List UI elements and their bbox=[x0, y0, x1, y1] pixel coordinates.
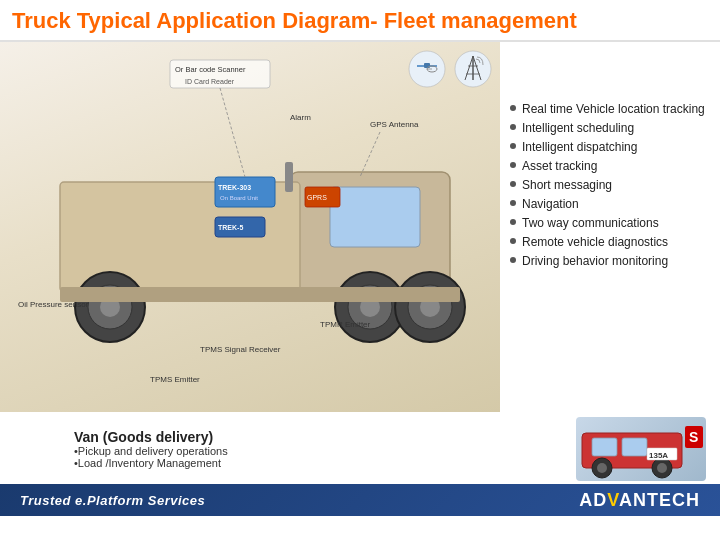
info-panel: Real time Vehicle location trackingIntel… bbox=[500, 42, 720, 412]
svg-rect-24 bbox=[330, 187, 420, 247]
footer: Trusted e.Platform Services ADVANTECH bbox=[0, 484, 720, 516]
svg-text:135A: 135A bbox=[649, 451, 668, 460]
main-content: Oil Pressure sensor TPMS Signal Receiver… bbox=[0, 42, 720, 412]
svg-text:GPS Antenna: GPS Antenna bbox=[370, 120, 419, 129]
title-prefix: Truck Typical Application Diagram- bbox=[12, 8, 384, 33]
header: Truck Typical Application Diagram- Fleet… bbox=[0, 0, 720, 42]
bullet-item: Real time Vehicle location tracking bbox=[510, 102, 708, 116]
svg-rect-47 bbox=[592, 438, 617, 456]
bullet-text: Short messaging bbox=[522, 178, 612, 192]
svg-rect-2 bbox=[417, 65, 424, 67]
svg-text:TREK-5: TREK-5 bbox=[218, 224, 243, 231]
bullet-dot bbox=[510, 124, 516, 130]
bullet-dot bbox=[510, 200, 516, 206]
bullet-item: Asset tracking bbox=[510, 159, 708, 173]
tower-icon bbox=[454, 50, 492, 88]
bullet-text: Intelligent scheduling bbox=[522, 121, 634, 135]
svg-rect-1 bbox=[424, 63, 430, 68]
svg-line-41 bbox=[360, 132, 380, 177]
bullet-dot bbox=[510, 162, 516, 168]
bottom-section: Van (Goods delivery) •Pickup and deliver… bbox=[0, 412, 720, 484]
van-bullet1: •Pickup and delivery operations bbox=[74, 445, 576, 457]
svg-text:TPMR Emitter: TPMR Emitter bbox=[320, 320, 371, 329]
page-title: Truck Typical Application Diagram- Fleet… bbox=[12, 8, 708, 34]
advantech-logo: ADVANTECH bbox=[579, 490, 700, 511]
svg-text:ID Card Reader: ID Card Reader bbox=[185, 78, 235, 85]
svg-text:TREK-303: TREK-303 bbox=[218, 184, 251, 191]
van-image: 135A S bbox=[576, 417, 706, 481]
page: Truck Typical Application Diagram- Fleet… bbox=[0, 0, 720, 540]
satellite-icon bbox=[408, 50, 446, 88]
bullet-item: Two way communications bbox=[510, 216, 708, 230]
bullet-text: Asset tracking bbox=[522, 159, 597, 173]
truck-svg: Oil Pressure sensor TPMS Signal Receiver… bbox=[0, 42, 500, 402]
top-icons bbox=[408, 50, 492, 88]
bullet-item: Driving behavior monitoring bbox=[510, 254, 708, 268]
svg-point-52 bbox=[657, 463, 667, 473]
bullet-dot bbox=[510, 181, 516, 187]
svg-text:TPMS Signal Receiver: TPMS Signal Receiver bbox=[200, 345, 281, 354]
bullet-dot bbox=[510, 219, 516, 225]
bullet-text: Navigation bbox=[522, 197, 579, 211]
bullet-item: Intelligent scheduling bbox=[510, 121, 708, 135]
van-svg: 135A S bbox=[577, 418, 705, 480]
svg-text:S: S bbox=[689, 429, 698, 445]
van-title: Van (Goods delivery) bbox=[74, 429, 576, 445]
svg-text:TPMS Emitter: TPMS Emitter bbox=[150, 375, 200, 384]
title-highlight: Fleet management bbox=[384, 8, 577, 33]
logo-text: ADVANTECH bbox=[579, 490, 700, 511]
bullet-item: Short messaging bbox=[510, 178, 708, 192]
bullet-dot bbox=[510, 143, 516, 149]
svg-rect-26 bbox=[60, 287, 460, 302]
svg-rect-25 bbox=[285, 162, 293, 192]
bullet-dot bbox=[510, 257, 516, 263]
bullet-dot bbox=[510, 238, 516, 244]
svg-rect-30 bbox=[215, 177, 275, 207]
svg-text:Or Bar code Scanner: Or Bar code Scanner bbox=[175, 65, 246, 74]
bullet-text: Remote vehicle diagnostics bbox=[522, 235, 668, 249]
bullet-text: Driving behavior monitoring bbox=[522, 254, 668, 268]
bullet-text: Real time Vehicle location tracking bbox=[522, 102, 705, 116]
bullet-item: Navigation bbox=[510, 197, 708, 211]
svg-line-40 bbox=[220, 88, 245, 177]
van-info: Van (Goods delivery) •Pickup and deliver… bbox=[14, 429, 576, 469]
van-bullet2: •Load /Inventory Management bbox=[74, 457, 576, 469]
bullet-item: Intelligent dispatching bbox=[510, 140, 708, 154]
truck-area: Oil Pressure sensor TPMS Signal Receiver… bbox=[0, 42, 500, 412]
truck-container: Oil Pressure sensor TPMS Signal Receiver… bbox=[0, 42, 500, 412]
svg-text:Alarm: Alarm bbox=[290, 113, 311, 122]
bullet-text: Intelligent dispatching bbox=[522, 140, 637, 154]
bullet-dot bbox=[510, 105, 516, 111]
svg-text:Oil Pressure sensor: Oil Pressure sensor bbox=[18, 300, 89, 309]
bullet-list: Real time Vehicle location trackingIntel… bbox=[510, 102, 708, 273]
svg-text:GPRS: GPRS bbox=[307, 194, 327, 201]
bullet-text: Two way communications bbox=[522, 216, 659, 230]
footer-tagline: Trusted e.Platform Services bbox=[20, 493, 205, 508]
svg-point-50 bbox=[597, 463, 607, 473]
bullet-item: Remote vehicle diagnostics bbox=[510, 235, 708, 249]
svg-text:On Board Unit: On Board Unit bbox=[220, 195, 258, 201]
svg-rect-48 bbox=[622, 438, 647, 456]
